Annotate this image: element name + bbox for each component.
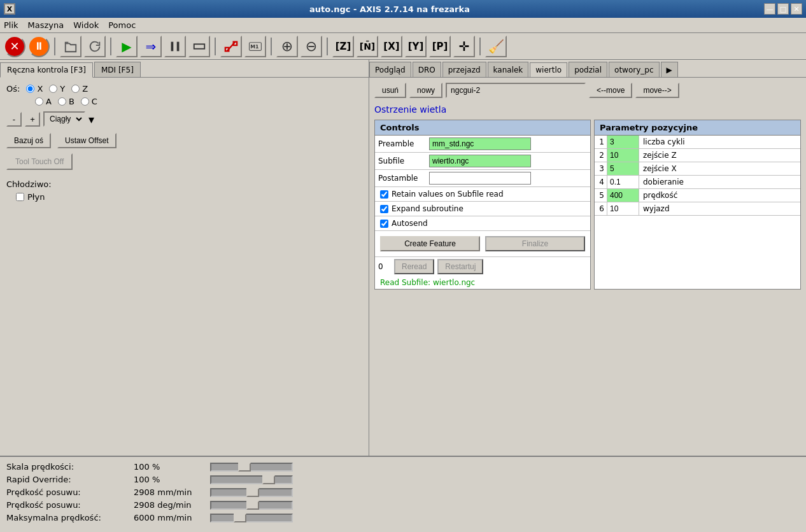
step3-button[interactable] (188, 36, 210, 57)
param-row-6: 6 wyjazd (595, 202, 800, 216)
tab-kanalek[interactable]: kanalek (488, 62, 529, 77)
param-num-2: 2 (595, 149, 607, 162)
axis-a-radio[interactable]: A (35, 97, 52, 106)
z-button[interactable]: [Z] (332, 36, 354, 57)
create-feature-button[interactable]: Create Feature (380, 236, 480, 251)
slider-0[interactable] (210, 463, 293, 472)
slider-thumb-1[interactable] (262, 475, 275, 484)
m1-button[interactable]: M1 (244, 36, 266, 57)
slider-4[interactable] (210, 514, 293, 522)
slider-2[interactable] (210, 488, 293, 497)
status-row-0: Skala prędkości: 100 % (6, 462, 800, 472)
tab-mdi[interactable]: MDI [F5] (94, 62, 141, 77)
slider-thumb-3[interactable] (246, 501, 259, 510)
close-button[interactable]: ✕ (791, 3, 802, 15)
slider-thumb-4[interactable] (234, 514, 246, 522)
subfile-row: Subfile (375, 153, 590, 170)
axis-z-radio[interactable]: Z (71, 84, 88, 94)
param-label-4: dobieranie (639, 176, 688, 188)
tab-wiertlo[interactable]: wiertlo (530, 62, 567, 78)
subfile-input[interactable] (429, 155, 531, 167)
stop-button[interactable]: ✕ (4, 36, 25, 57)
broom-button[interactable]: 🧹 (485, 36, 507, 57)
axis-b-radio[interactable]: B (58, 97, 74, 106)
preamble-label: Preamble (378, 139, 429, 148)
minimize-button[interactable]: — (764, 3, 775, 15)
slider-thumb-2[interactable] (246, 488, 259, 497)
p-button[interactable]: [P] (429, 36, 451, 57)
target-button[interactable]: ✛ (453, 36, 475, 57)
param-val-1[interactable] (607, 136, 639, 148)
bottom-bar: 0 Reread Restartuj (375, 257, 590, 276)
open-button[interactable] (60, 36, 81, 57)
axis-x-radio[interactable]: X (26, 84, 43, 94)
menu-widok[interactable]: Widok (73, 20, 99, 30)
param-row-1: 1 liczba cykli (595, 136, 800, 149)
maximize-button[interactable]: □ (777, 3, 789, 15)
right-panel: Podgląd DRO przejazd kanalek wiertlo pod… (369, 60, 806, 456)
jog-dropdown-btn[interactable]: ▾ (88, 113, 94, 126)
retain-label: Retain values on Subfile read (392, 190, 504, 199)
menu-maszyna[interactable]: Maszyna (28, 20, 64, 30)
reread-button[interactable]: Reread (394, 259, 434, 274)
postamble-label: Postamble (378, 174, 429, 183)
preamble-input[interactable] (429, 137, 531, 150)
run-button[interactable]: ▶ (116, 36, 138, 57)
preamble-row: Preamble (375, 136, 590, 153)
n-button[interactable]: [N̄] (357, 36, 378, 57)
pause2-button[interactable] (164, 36, 186, 57)
set-button[interactable] (220, 36, 242, 57)
svg-rect-1 (177, 41, 180, 51)
step-forward-button[interactable]: ⇒ (140, 36, 162, 57)
param-val-3[interactable] (607, 162, 639, 175)
tab-podzial[interactable]: podzial (569, 62, 607, 77)
move-right-button[interactable]: move--> (635, 83, 679, 98)
tab-otwory-pc[interactable]: otwory_pc (609, 62, 659, 77)
y-button[interactable]: [Y] (405, 36, 427, 57)
plus-button[interactable]: ⊕ (276, 36, 298, 57)
tab-more[interactable]: ▶ (661, 62, 678, 77)
x-button[interactable]: [X] (381, 36, 402, 57)
tab-dro[interactable]: DRO (413, 62, 441, 77)
tab-podglad[interactable]: Podgląd (369, 62, 411, 77)
coolant-checkbox[interactable] (16, 193, 24, 201)
status-value-4: 6000 mm/min (134, 513, 210, 522)
expand-checkbox[interactable] (380, 205, 388, 213)
param-val-6[interactable] (607, 202, 639, 215)
ngcgui-input[interactable] (446, 83, 586, 98)
param-val-2[interactable] (607, 149, 639, 162)
tool-touch-off-button[interactable]: Tool Touch Off (6, 153, 73, 170)
slider-3[interactable] (210, 501, 293, 510)
jog-plus-button[interactable]: + (25, 112, 40, 127)
tab-manual-control[interactable]: Ręczna kontrola [F3] (0, 62, 93, 78)
bazuj-os-button[interactable]: Bazuj oś (6, 133, 51, 148)
expand-row: Expand subroutine (375, 202, 590, 216)
autosend-checkbox[interactable] (380, 220, 388, 228)
pause-button[interactable]: ⏸ (28, 36, 50, 57)
right-tab-bar: Podgląd DRO przejazd kanalek wiertlo pod… (369, 60, 806, 78)
retain-checkbox[interactable] (380, 190, 388, 199)
right-content: usuń nowy <--move move--> Ostrzenie wiet… (369, 78, 806, 456)
nowy-button[interactable]: nowy (409, 83, 442, 98)
tab-przejazd[interactable]: przejazd (442, 62, 486, 77)
finalize-button[interactable]: Finalize (485, 236, 585, 251)
jog-minus-button[interactable]: - (6, 112, 22, 127)
ustaw-offset-button[interactable]: Ustaw Offset (57, 133, 116, 148)
axis-y-radio[interactable]: Y (49, 84, 65, 94)
param-num-5: 5 (595, 189, 607, 202)
menu-plik[interactable]: Plik (4, 20, 18, 30)
minus-button[interactable]: ⊖ (300, 36, 322, 57)
usun-button[interactable]: usuń (374, 83, 406, 98)
restartuj-button[interactable]: Restartuj (437, 259, 483, 274)
param-val-5[interactable] (607, 189, 639, 202)
menu-pomoc[interactable]: Pomoc (108, 20, 136, 30)
jog-mode-select[interactable]: Ciągły (43, 111, 85, 127)
param-val-4[interactable] (607, 176, 639, 188)
slider-thumb-0[interactable] (238, 463, 251, 472)
move-left-button[interactable]: <--move (589, 83, 632, 98)
postamble-input[interactable] (429, 172, 531, 185)
param-label-6: wyjazd (639, 202, 674, 215)
slider-1[interactable] (210, 475, 293, 484)
reload-button[interactable] (84, 36, 106, 57)
axis-c-radio[interactable]: C (81, 97, 97, 106)
